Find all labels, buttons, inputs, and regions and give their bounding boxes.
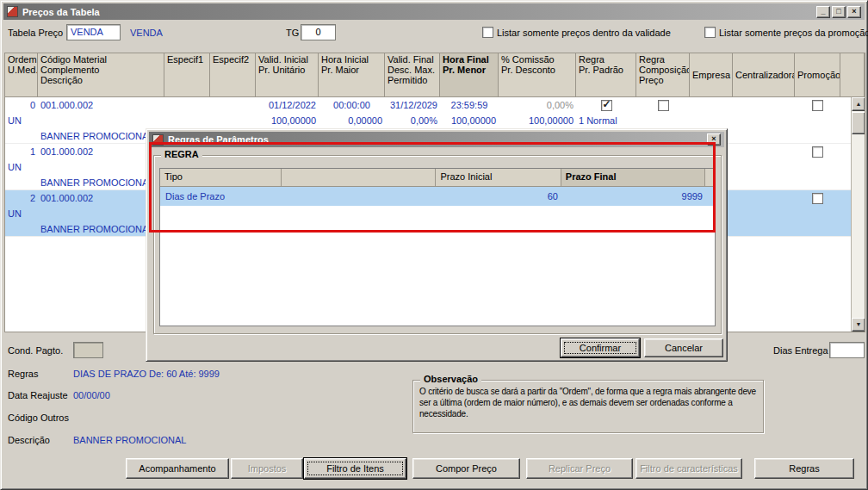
regras-parametros-dialog: Regras de Parâmetros × REGRA Tipo Prazo … [146, 128, 728, 362]
regras-label: Regras [8, 369, 38, 379]
dias-entrega-input[interactable] [829, 342, 865, 358]
cancelar-button[interactable]: Cancelar [644, 338, 723, 357]
scroll-down-icon[interactable]: ▼ [852, 318, 865, 332]
col-header-ordem[interactable]: OrdemU.Med. [5, 53, 38, 96]
tg-input[interactable]: 0 [301, 24, 336, 40]
minimize-button[interactable]: _ [816, 6, 830, 18]
cell-pr-desconto: 100,00000 [499, 115, 576, 126]
col-header-hora-final[interactable]: Hora FinalPr. Menor [440, 53, 499, 96]
impostos-button[interactable]: Impostos [231, 458, 303, 479]
col-header-valid-final[interactable]: Valid. FinalDesc. Max.Permitido [385, 53, 440, 96]
grid-header: OrdemU.Med. Código MaterialComplementoDe… [4, 53, 865, 97]
tabela-preco-input[interactable]: VENDA [66, 24, 121, 40]
listar-promocao-checkbox[interactable] [704, 27, 716, 38]
codigo-outros-label: Código Outros [8, 412, 69, 423]
cell-ordem: 0 [5, 100, 38, 110]
col-header-especif2[interactable]: Especif2 [210, 53, 256, 96]
observacao-text: O critério de busca se dará a partir da … [413, 381, 763, 419]
col-header-filler [840, 53, 865, 96]
regra-grid: Tipo Prazo Inicial Prazo Final Dias de P… [159, 168, 716, 326]
compor-preco-button[interactable]: Compor Preço [412, 458, 520, 479]
promocao-checkbox[interactable] [812, 100, 823, 111]
maximize-button[interactable]: □ [832, 6, 846, 18]
dialog-icon [152, 134, 164, 146]
cond-pagto-input[interactable] [73, 342, 103, 358]
col-header-blank[interactable] [282, 169, 436, 186]
cond-pagto-label: Cond. Pagto. [8, 345, 63, 356]
observacao-group: Observação O critério de busca se dará a… [412, 380, 764, 433]
cell-ordem: 2 [5, 193, 38, 203]
listar-validade-label[interactable]: Listar somente preços dentro da validade [497, 28, 671, 38]
descricao-label: Descrição [8, 435, 50, 445]
data-reajuste-label: Data Reajuste [8, 390, 68, 400]
cell-comissao: 0,00% [499, 100, 576, 110]
app-icon [7, 6, 18, 17]
dias-entrega-label: Dias Entrega [773, 345, 828, 356]
observacao-title: Observação [420, 374, 481, 384]
cell-umed: UN [5, 162, 38, 172]
cell-umed: UN [5, 208, 38, 219]
descricao-value: BANNER PROMOCIONAL [73, 435, 186, 445]
cell-prazo-final: 9999 [563, 191, 708, 202]
col-header-tipo[interactable]: Tipo [160, 169, 282, 186]
col-header-filler [705, 169, 715, 186]
cell-valid-inicial: 01/12/2022 [256, 100, 319, 110]
regra-group: REGRA Tipo Prazo Inicial Prazo Final Dia… [153, 155, 722, 334]
regra-grid-header: Tipo Prazo Inicial Prazo Final [160, 169, 715, 187]
cell-desc-max: 0,00% [385, 115, 440, 126]
cell-umed: UN [5, 115, 38, 126]
col-header-prazo-inicial[interactable]: Prazo Inicial [436, 169, 561, 186]
tabela-preco-label: Tabela Preço [8, 28, 63, 38]
scrollbar-thumb[interactable] [852, 112, 865, 134]
col-header-regra-composicao[interactable]: RegraComposiçãoPreço [636, 53, 690, 96]
replicar-preco-button[interactable]: Replicar Preço [526, 458, 633, 479]
col-header-especif1[interactable]: Especif1 [164, 53, 210, 96]
col-header-promocao[interactable]: Promoção [795, 53, 840, 96]
col-header-empresa[interactable]: Empresa [690, 53, 733, 96]
col-header-valid-inicial[interactable]: Valid. InicialPr. Unitário [256, 53, 319, 96]
tg-label: TG [286, 28, 299, 38]
cell-valid-final: 31/12/2029 [385, 100, 440, 110]
col-header-prazo-final[interactable]: Prazo Final [561, 169, 705, 186]
col-header-hora-inicial[interactable]: Hora InicialPr. Maior [319, 53, 385, 96]
scroll-up-icon[interactable]: ▲ [852, 97, 865, 111]
close-button[interactable]: × [847, 6, 861, 18]
col-header-regra-padrao[interactable]: RegraPr. Padrão [576, 53, 636, 96]
filtro-itens-button[interactable]: Filtro de Itens [304, 458, 406, 479]
window-title: Preços da Tabela [22, 7, 100, 17]
vertical-scrollbar[interactable]: ▲ ▼ [851, 97, 865, 332]
cell-pr-maior: 0,00000 [319, 115, 385, 126]
dialog-title: Regras de Parâmetros [168, 134, 269, 145]
cell-hora-inicial: 00:00:00 [319, 100, 385, 110]
listar-promocao-label[interactable]: Listar somente preços da promoção [719, 28, 868, 38]
cell-regra: 1 Normal [576, 115, 636, 126]
col-header-codigo-material[interactable]: Código MaterialComplementoDescrição [38, 53, 164, 96]
regra-padrao-checkbox[interactable] [601, 100, 612, 111]
regras-value: DIAS DE PRAZO De: 60 Até: 9999 [73, 369, 220, 379]
regra-composicao-checkbox[interactable] [658, 100, 669, 111]
main-titlebar[interactable]: Preços da Tabela _ □ × [3, 3, 865, 20]
cell-hora-final: 23:59:59 [440, 100, 499, 110]
data-reajuste-value: 00/00/00 [73, 390, 110, 400]
main-window: Preços da Tabela _ □ × Tabela Preço VEND… [0, 0, 868, 490]
cell-pr-menor: 100,00000 [440, 115, 499, 126]
cell-ordem: 1 [5, 146, 38, 157]
col-header-comissao[interactable]: % ComissãoPr. Desconto [499, 53, 576, 96]
dialog-close-button[interactable]: × [707, 133, 721, 146]
cell-tipo: Dias de Prazo [160, 191, 282, 202]
cell-pr-unitario: 100,00000 [256, 115, 319, 126]
regras-button[interactable]: Regras [754, 458, 854, 479]
dialog-titlebar[interactable]: Regras de Parâmetros × [149, 132, 724, 147]
regra-grid-row[interactable]: Dias de Prazo 60 9999 [160, 187, 715, 206]
cell-codigo: 001.000.002 [38, 100, 164, 110]
cell-prazo-inicial: 60 [437, 191, 563, 202]
promocao-checkbox[interactable] [812, 193, 823, 204]
confirmar-button[interactable]: Confirmar [561, 338, 640, 357]
listar-validade-checkbox[interactable] [482, 27, 493, 38]
promocao-checkbox[interactable] [812, 146, 823, 158]
tabela-preco-desc: VENDA [130, 28, 163, 38]
regra-group-label: REGRA [161, 149, 202, 159]
filtro-caracteristicas-button[interactable]: Filtro de características [636, 458, 742, 479]
col-header-centralizadora[interactable]: Centralizadora [733, 53, 795, 96]
acompanhamento-button[interactable]: Acompanhamento [126, 458, 229, 479]
